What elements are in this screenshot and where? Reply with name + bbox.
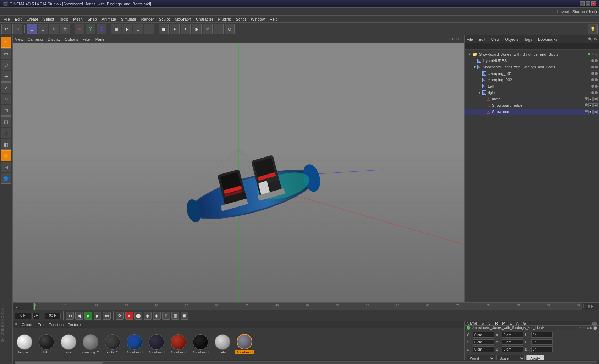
attr-menu-name[interactable]: Name [467, 321, 477, 325]
tree-item-snowboard[interactable]: △ Snowboard ■ ⊞ [465, 109, 599, 115]
scale-tool-button[interactable]: ⊞ [38, 24, 48, 34]
vp-menu-options[interactable]: Options [65, 37, 78, 42]
attr-z2-input[interactable] [502, 346, 523, 352]
mat-item-cloth-r[interactable]: cloth_R [103, 334, 122, 354]
tool-box-select[interactable]: ▭ [1, 48, 11, 59]
vp-icon-cross[interactable]: ✕ [452, 37, 455, 42]
obj-menu-objects[interactable]: Objects [505, 37, 518, 42]
tree-item-left[interactable]: N Left [465, 83, 599, 89]
tool-snap[interactable]: 🔵 [1, 173, 11, 184]
close-button[interactable]: ✕ [591, 1, 596, 6]
cube-button[interactable]: ◼ [159, 24, 169, 34]
tool-live-select[interactable]: ⬡ [1, 60, 11, 70]
redo-button[interactable]: ↪ [12, 24, 22, 34]
key-button[interactable]: ◆ [144, 312, 152, 320]
obj-menu-view[interactable]: View [491, 37, 500, 42]
mat-menu-function[interactable]: Function [49, 322, 64, 327]
motion-clip-button[interactable]: ▦ [171, 312, 179, 320]
mat-menu-texture[interactable]: Texture [68, 322, 81, 327]
mat-menu-create[interactable]: Create [22, 322, 33, 327]
deform-button[interactable]: ⌒ [214, 24, 224, 34]
scrollbar-thumb[interactable] [15, 362, 103, 364]
autokey-button[interactable]: ⬤ [134, 312, 142, 320]
attr-menu-v[interactable]: V [488, 321, 491, 325]
vp-menu-display[interactable]: Display [48, 37, 60, 42]
menu-snap[interactable]: Snap [86, 16, 99, 22]
menu-simulate[interactable]: Simulate [119, 16, 138, 22]
attr-menu-i[interactable]: I [530, 321, 531, 325]
goto-end-button[interactable]: ⏭ [103, 312, 111, 320]
vp-icon-square[interactable]: □ [456, 37, 459, 42]
mat-item-metal[interactable]: metal [213, 334, 232, 354]
obj-menu-edit[interactable]: Edit [479, 37, 485, 42]
step-forward-button[interactable]: ▶ [94, 312, 101, 320]
render-region-button[interactable]: ▦ [111, 24, 121, 34]
menu-edit[interactable]: Edit [13, 16, 24, 22]
glasses-button[interactable]: ⊙ [225, 24, 235, 34]
viewport[interactable]: View Cameras Display Options Filter Pane… [13, 35, 464, 302]
tool-polygons[interactable]: ⬛ [1, 128, 11, 138]
mat-menu-edit[interactable]: Edit [38, 322, 44, 327]
key-special-button[interactable]: ⊕ [162, 312, 170, 320]
menu-select[interactable]: Select [41, 16, 56, 22]
attr-menu-r[interactable]: R [495, 321, 498, 325]
menu-render[interactable]: Render [139, 16, 156, 22]
move-tool-button[interactable]: ⊕ [27, 24, 37, 34]
y-axis-button[interactable]: Y [86, 24, 95, 34]
obj-menu-bookmarks[interactable]: Bookmarks [538, 37, 557, 42]
camera-button[interactable]: ◉ [192, 24, 202, 34]
tree-item-hypernurbs[interactable]: N HyperNURBS [465, 57, 599, 64]
obj-search-icon[interactable]: 🔍 [588, 37, 592, 41]
mat-item-clamping-t[interactable]: clamping_t [15, 334, 34, 354]
menu-window[interactable]: Window [249, 16, 267, 22]
vp-icon-plus[interactable]: + [448, 37, 450, 42]
tool-paint[interactable]: 🔶 [1, 150, 11, 161]
tree-item-clamping001[interactable]: N clamping_001 [465, 70, 599, 77]
mat-item-snowboard-sel[interactable]: Snowboard [235, 334, 254, 354]
tree-item-root[interactable]: ▼ 📁 Snowboard_Jones_with_Bindings_and_Bo… [465, 51, 599, 57]
tool-rotate[interactable]: ↻ [1, 94, 11, 104]
mat-item-snowboard1[interactable]: Snowboard [125, 334, 144, 354]
tree-item-right[interactable]: ▼ N right [465, 89, 599, 96]
tool-pointer[interactable]: ↖ [1, 37, 11, 48]
mat-item-clamping-r[interactable]: clamping_R [81, 334, 100, 354]
obj-menu-file[interactable]: File [467, 37, 473, 42]
add-button[interactable]: ✚ [60, 24, 70, 34]
end-frame-input[interactable] [45, 313, 61, 319]
vp-menu-panel[interactable]: Panel [95, 37, 105, 42]
mat-item-snowboard3[interactable]: Snowboard [169, 334, 188, 354]
attr-menu-l[interactable]: L [510, 321, 512, 325]
menu-create[interactable]: Create [24, 16, 40, 22]
attr-icon1[interactable]: ⊞ [579, 326, 582, 330]
vp-menu-filter[interactable]: Filter [82, 37, 91, 42]
vp-menu-view[interactable]: View [15, 37, 23, 42]
minimize-button[interactable]: _ [580, 1, 585, 6]
mat-item-snowboard4[interactable]: Snowboard [191, 334, 210, 354]
tool-scale[interactable]: ⤢ [1, 82, 11, 93]
attr-y2-input[interactable] [502, 339, 523, 345]
timeline-bar[interactable]: 0 5 10 15 20 25 30 35 40 45 50 55 60 65 [33, 303, 582, 310]
attr-icon2[interactable]: ⊟ [583, 326, 586, 330]
menu-file[interactable]: File [1, 16, 12, 22]
light-switch-button[interactable]: 💡 [588, 24, 598, 34]
tree-item-clamping002[interactable]: N clamping_002 [465, 77, 599, 83]
menu-mograph[interactable]: MoGraph [172, 16, 193, 22]
tree-item-sboard-edge[interactable]: △ Snowboard_edge ■ ⊞ [465, 102, 599, 109]
render-button[interactable]: ▶ [122, 24, 132, 34]
tool-grid[interactable]: ⊞ [1, 162, 11, 172]
scene-motion-button[interactable]: ▣ [181, 312, 188, 320]
goto-start-button[interactable]: ⏮ [66, 312, 74, 320]
obj-gear-icon[interactable]: ⚙ [594, 37, 597, 41]
attr-x-input[interactable] [473, 332, 494, 338]
menu-character[interactable]: Character [194, 16, 215, 22]
rotate-tool-button[interactable]: ↻ [49, 24, 59, 34]
layout-value[interactable]: Startup (User) [572, 10, 597, 14]
menu-sculpt[interactable]: Sculpt [157, 16, 172, 22]
menu-script[interactable]: Script [234, 16, 248, 22]
mat-item-cloth-l[interactable]: cloth_L [37, 334, 56, 354]
menu-mesh[interactable]: Mesh [71, 16, 85, 22]
attr-icon3[interactable]: ⊠ [587, 326, 589, 330]
vp-menu-cameras[interactable]: Cameras [28, 37, 44, 42]
attr-b-input[interactable] [531, 346, 553, 352]
undo-button[interactable]: ↩ [1, 24, 11, 34]
